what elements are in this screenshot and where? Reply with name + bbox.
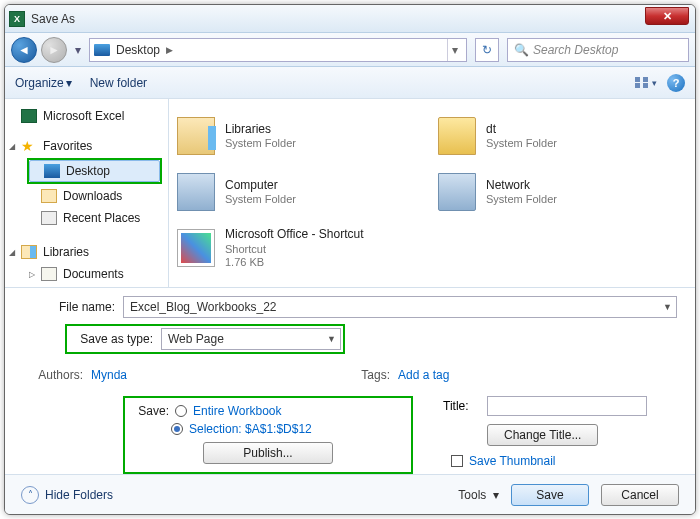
save-thumbnail-label[interactable]: Save Thumbnail xyxy=(469,454,556,468)
search-icon: 🔍 xyxy=(514,43,529,57)
author-value[interactable]: Mynda xyxy=(91,368,127,382)
new-folder-button[interactable]: New folder xyxy=(90,76,147,90)
savetype-label: Save as type: xyxy=(69,332,153,346)
breadcrumb-location[interactable]: Desktop xyxy=(116,43,160,57)
add-tag-link[interactable]: Add a tag xyxy=(398,368,449,382)
refresh-button[interactable]: ↻ xyxy=(475,38,499,62)
close-button[interactable]: ✕ xyxy=(645,7,689,25)
sidebar-item-favorites[interactable]: ◢★Favorites xyxy=(7,135,166,157)
desktop-icon xyxy=(44,164,60,178)
change-title-button[interactable]: Change Title... xyxy=(487,424,598,446)
sidebar-item-libraries[interactable]: ◢Libraries xyxy=(7,241,166,263)
item-office-shortcut[interactable]: Microsoft Office - ShortcutShortcut1.76 … xyxy=(177,223,426,273)
view-options-button[interactable]: ▾ xyxy=(634,76,657,89)
tools-menu[interactable]: Tools ▾ xyxy=(458,488,499,502)
libraries-icon xyxy=(21,245,37,259)
tags-label: Tags: xyxy=(350,368,390,382)
item-libraries[interactable]: LibrariesSystem Folder xyxy=(177,111,426,161)
radio-entire-workbook[interactable] xyxy=(175,405,187,417)
help-button[interactable]: ? xyxy=(667,74,685,92)
sidebar-item-excel[interactable]: Microsoft Excel xyxy=(7,105,166,127)
app-icon: X xyxy=(9,11,25,27)
window-title: Save As xyxy=(31,12,75,26)
publish-button[interactable]: Publish... xyxy=(203,442,333,464)
chevron-down-icon: ▾ xyxy=(66,76,72,90)
chevron-down-icon: ▾ xyxy=(652,78,657,88)
hide-folders-button[interactable]: ˄ Hide Folders xyxy=(21,486,113,504)
sidebar-item-documents[interactable]: ▷Documents xyxy=(7,263,166,285)
chevron-down-icon[interactable]: ▼ xyxy=(327,334,336,344)
item-computer[interactable]: ComputerSystem Folder xyxy=(177,167,426,217)
item-network[interactable]: NetworkSystem Folder xyxy=(438,167,687,217)
command-toolbar: Organize ▾ New folder ▾ ? xyxy=(5,67,695,99)
nav-toolbar: ◄ ► ▾ Desktop ▶ ▾ ↻ 🔍 Search Desktop xyxy=(5,33,695,67)
documents-icon xyxy=(41,267,57,281)
save-button[interactable]: Save xyxy=(511,484,589,506)
expand-icon[interactable]: ◢ xyxy=(9,142,15,151)
search-placeholder: Search Desktop xyxy=(533,43,618,57)
dialog-footer: ˄ Hide Folders Tools ▾ Save Cancel xyxy=(5,474,695,514)
save-scope-label: Save: xyxy=(133,404,169,418)
cancel-button[interactable]: Cancel xyxy=(601,484,679,506)
folder-icon xyxy=(438,117,476,155)
save-options-panel: File name: Excel_Blog_Workbooks_22▼ Save… xyxy=(5,288,695,474)
chevron-down-icon[interactable]: ▼ xyxy=(663,302,672,312)
expand-icon[interactable]: ▷ xyxy=(29,270,35,279)
shortcut-icon xyxy=(177,229,215,267)
star-icon: ★ xyxy=(21,139,37,153)
radio-entire-label[interactable]: Entire Workbook xyxy=(193,404,281,418)
title-input[interactable] xyxy=(487,396,647,416)
save-thumbnail-checkbox[interactable] xyxy=(451,455,463,467)
sidebar-item-desktop[interactable]: Desktop xyxy=(29,160,160,182)
history-dropdown[interactable]: ▾ xyxy=(71,40,85,60)
chevron-up-icon: ˄ xyxy=(21,486,39,504)
item-dt[interactable]: dtSystem Folder xyxy=(438,111,687,161)
chevron-right-icon[interactable]: ▶ xyxy=(166,45,173,55)
computer-icon xyxy=(177,173,215,211)
file-list[interactable]: LibrariesSystem Folder dtSystem Folder C… xyxy=(169,99,695,287)
radio-selection-label[interactable]: Selection: $A$1:$D$12 xyxy=(189,422,312,436)
save-as-dialog: X Save As ✕ ◄ ► ▾ Desktop ▶ ▾ ↻ 🔍 Search… xyxy=(4,4,696,515)
breadcrumb-bar[interactable]: Desktop ▶ ▾ xyxy=(89,38,467,62)
search-input[interactable]: 🔍 Search Desktop xyxy=(507,38,689,62)
navigation-pane: Microsoft Excel ◢★Favorites Desktop Down… xyxy=(5,99,169,287)
recent-icon xyxy=(41,211,57,225)
libraries-icon xyxy=(177,117,215,155)
expand-icon[interactable]: ◢ xyxy=(9,248,15,257)
filename-input[interactable]: Excel_Blog_Workbooks_22▼ xyxy=(123,296,677,318)
downloads-icon xyxy=(41,189,57,203)
highlight-desktop: Desktop xyxy=(27,158,162,184)
title-bar: X Save As ✕ xyxy=(5,5,695,33)
forward-button[interactable]: ► xyxy=(41,37,67,63)
title-label: Title: xyxy=(443,399,479,413)
authors-label: Authors: xyxy=(23,368,83,382)
filename-label: File name: xyxy=(23,300,115,314)
radio-selection[interactable] xyxy=(171,423,183,435)
sidebar-item-recent[interactable]: Recent Places xyxy=(7,207,166,229)
excel-icon xyxy=(21,109,37,123)
network-icon xyxy=(438,173,476,211)
highlight-save-type: Save as type: Web Page▼ xyxy=(65,324,345,354)
breadcrumb-drop[interactable]: ▾ xyxy=(447,39,462,61)
sidebar-item-downloads[interactable]: Downloads xyxy=(7,185,166,207)
organize-button[interactable]: Organize ▾ xyxy=(15,76,72,90)
savetype-select[interactable]: Web Page▼ xyxy=(161,328,341,350)
highlight-save-scope: Save: Entire Workbook Selection: $A$1:$D… xyxy=(123,396,413,474)
desktop-icon xyxy=(94,44,110,56)
back-button[interactable]: ◄ xyxy=(11,37,37,63)
